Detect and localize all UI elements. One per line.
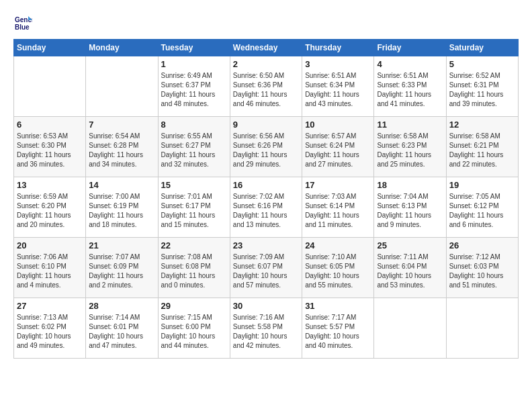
day-number: 8 (161, 120, 227, 130)
day-header-friday: Friday (374, 40, 446, 56)
calendar-cell: 26Sunrise: 7:12 AM Sunset: 6:03 PM Dayli… (446, 238, 518, 298)
calendar-cell: 18Sunrise: 7:04 AM Sunset: 6:13 PM Dayli… (374, 177, 446, 238)
day-info: Sunrise: 6:58 AM Sunset: 6:23 PM Dayligh… (377, 132, 443, 169)
calendar-cell: 15Sunrise: 7:01 AM Sunset: 6:17 PM Dayli… (158, 177, 230, 238)
day-number: 12 (449, 120, 515, 130)
day-number: 26 (449, 240, 515, 250)
day-number: 6 (17, 120, 83, 130)
day-number: 4 (377, 59, 443, 69)
day-info: Sunrise: 6:52 AM Sunset: 6:31 PM Dayligh… (449, 71, 515, 109)
day-number: 10 (305, 120, 371, 130)
calendar-week-row: 1Sunrise: 6:49 AM Sunset: 6:37 PM Daylig… (14, 56, 519, 117)
day-number: 16 (233, 180, 299, 190)
logo: General Blue (13, 13, 35, 32)
day-header-tuesday: Tuesday (158, 40, 230, 56)
day-header-thursday: Thursday (302, 40, 374, 56)
calendar-cell: 23Sunrise: 7:09 AM Sunset: 6:07 PM Dayli… (230, 238, 302, 298)
day-number: 18 (377, 180, 443, 190)
day-number: 15 (161, 180, 227, 190)
day-info: Sunrise: 6:54 AM Sunset: 6:28 PM Dayligh… (89, 132, 154, 169)
day-number: 25 (377, 240, 443, 250)
day-info: Sunrise: 7:14 AM Sunset: 6:01 PM Dayligh… (89, 313, 154, 351)
calendar-cell: 5Sunrise: 6:52 AM Sunset: 6:31 PM Daylig… (446, 56, 518, 117)
day-number: 13 (17, 180, 83, 190)
calendar-cell: 10Sunrise: 6:57 AM Sunset: 6:24 PM Dayli… (302, 117, 374, 177)
day-info: Sunrise: 7:09 AM Sunset: 6:07 PM Dayligh… (233, 253, 299, 290)
day-info: Sunrise: 7:03 AM Sunset: 6:14 PM Dayligh… (305, 192, 371, 230)
day-number: 9 (233, 120, 299, 130)
day-info: Sunrise: 7:16 AM Sunset: 5:58 PM Dayligh… (233, 313, 299, 351)
day-info: Sunrise: 7:11 AM Sunset: 6:04 PM Dayligh… (377, 253, 443, 290)
day-number: 22 (161, 240, 227, 250)
day-info: Sunrise: 7:02 AM Sunset: 6:16 PM Dayligh… (233, 192, 299, 230)
day-info: Sunrise: 6:51 AM Sunset: 6:33 PM Dayligh… (377, 71, 443, 109)
day-info: Sunrise: 7:06 AM Sunset: 6:10 PM Dayligh… (17, 253, 83, 290)
day-number: 2 (233, 59, 299, 69)
day-header-monday: Monday (86, 40, 158, 56)
calendar-week-row: 27Sunrise: 7:13 AM Sunset: 6:02 PM Dayli… (14, 298, 519, 359)
day-info: Sunrise: 7:13 AM Sunset: 6:02 PM Dayligh… (17, 313, 83, 351)
day-header-sunday: Sunday (14, 40, 86, 56)
day-info: Sunrise: 7:05 AM Sunset: 6:12 PM Dayligh… (449, 192, 515, 230)
calendar-header-row: SundayMondayTuesdayWednesdayThursdayFrid… (14, 40, 519, 56)
calendar-week-row: 6Sunrise: 6:53 AM Sunset: 6:30 PM Daylig… (14, 117, 519, 177)
calendar-cell: 14Sunrise: 7:00 AM Sunset: 6:19 PM Dayli… (86, 177, 158, 238)
calendar-cell: 30Sunrise: 7:16 AM Sunset: 5:58 PM Dayli… (230, 298, 302, 359)
calendar-cell: 3Sunrise: 6:51 AM Sunset: 6:34 PM Daylig… (302, 56, 374, 117)
day-info: Sunrise: 6:57 AM Sunset: 6:24 PM Dayligh… (305, 132, 371, 169)
calendar-cell: 25Sunrise: 7:11 AM Sunset: 6:04 PM Dayli… (374, 238, 446, 298)
calendar-week-row: 13Sunrise: 6:59 AM Sunset: 6:20 PM Dayli… (14, 177, 519, 238)
calendar-cell: 8Sunrise: 6:55 AM Sunset: 6:27 PM Daylig… (158, 117, 230, 177)
day-info: Sunrise: 7:00 AM Sunset: 6:19 PM Dayligh… (89, 192, 154, 230)
calendar-cell: 22Sunrise: 7:08 AM Sunset: 6:08 PM Dayli… (158, 238, 230, 298)
day-info: Sunrise: 6:51 AM Sunset: 6:34 PM Dayligh… (305, 71, 371, 109)
day-info: Sunrise: 6:59 AM Sunset: 6:20 PM Dayligh… (17, 192, 83, 230)
day-header-saturday: Saturday (446, 40, 518, 56)
day-number: 14 (89, 180, 154, 190)
day-number: 23 (233, 240, 299, 250)
calendar-cell: 17Sunrise: 7:03 AM Sunset: 6:14 PM Dayli… (302, 177, 374, 238)
calendar-cell: 4Sunrise: 6:51 AM Sunset: 6:33 PM Daylig… (374, 56, 446, 117)
day-number: 28 (89, 301, 154, 311)
logo-icon: General Blue (13, 13, 32, 32)
calendar-cell: 16Sunrise: 7:02 AM Sunset: 6:16 PM Dayli… (230, 177, 302, 238)
calendar-cell (446, 298, 518, 359)
calendar-cell: 9Sunrise: 6:56 AM Sunset: 6:26 PM Daylig… (230, 117, 302, 177)
calendar-cell: 2Sunrise: 6:50 AM Sunset: 6:36 PM Daylig… (230, 56, 302, 117)
calendar-cell (374, 298, 446, 359)
day-number: 21 (89, 240, 154, 250)
calendar-cell: 29Sunrise: 7:15 AM Sunset: 6:00 PM Dayli… (158, 298, 230, 359)
day-number: 29 (161, 301, 227, 311)
calendar-cell: 7Sunrise: 6:54 AM Sunset: 6:28 PM Daylig… (86, 117, 158, 177)
calendar-cell: 1Sunrise: 6:49 AM Sunset: 6:37 PM Daylig… (158, 56, 230, 117)
calendar-cell (14, 56, 86, 117)
day-number: 5 (449, 59, 515, 69)
calendar-cell: 28Sunrise: 7:14 AM Sunset: 6:01 PM Dayli… (86, 298, 158, 359)
day-number: 17 (305, 180, 371, 190)
day-number: 24 (305, 240, 371, 250)
day-info: Sunrise: 6:56 AM Sunset: 6:26 PM Dayligh… (233, 132, 299, 169)
day-info: Sunrise: 6:58 AM Sunset: 6:21 PM Dayligh… (449, 132, 515, 169)
day-number: 11 (377, 120, 443, 130)
calendar-cell: 13Sunrise: 6:59 AM Sunset: 6:20 PM Dayli… (14, 177, 86, 238)
calendar-cell: 11Sunrise: 6:58 AM Sunset: 6:23 PM Dayli… (374, 117, 446, 177)
day-info: Sunrise: 7:01 AM Sunset: 6:17 PM Dayligh… (161, 192, 227, 230)
calendar-cell: 21Sunrise: 7:07 AM Sunset: 6:09 PM Dayli… (86, 238, 158, 298)
day-number: 30 (233, 301, 299, 311)
header: General Blue (13, 13, 519, 32)
calendar-cell: 24Sunrise: 7:10 AM Sunset: 6:05 PM Dayli… (302, 238, 374, 298)
day-info: Sunrise: 7:07 AM Sunset: 6:09 PM Dayligh… (89, 253, 154, 290)
day-header-wednesday: Wednesday (230, 40, 302, 56)
calendar-table: SundayMondayTuesdayWednesdayThursdayFrid… (13, 39, 519, 359)
day-number: 7 (89, 120, 154, 130)
day-number: 20 (17, 240, 83, 250)
day-info: Sunrise: 6:53 AM Sunset: 6:30 PM Dayligh… (17, 132, 83, 169)
day-info: Sunrise: 7:04 AM Sunset: 6:13 PM Dayligh… (377, 192, 443, 230)
calendar-cell: 27Sunrise: 7:13 AM Sunset: 6:02 PM Dayli… (14, 298, 86, 359)
day-number: 31 (305, 301, 371, 311)
day-info: Sunrise: 7:17 AM Sunset: 5:57 PM Dayligh… (305, 313, 371, 351)
day-info: Sunrise: 6:55 AM Sunset: 6:27 PM Dayligh… (161, 132, 227, 169)
svg-text:Blue: Blue (15, 24, 30, 31)
day-number: 27 (17, 301, 83, 311)
calendar-cell: 19Sunrise: 7:05 AM Sunset: 6:12 PM Dayli… (446, 177, 518, 238)
